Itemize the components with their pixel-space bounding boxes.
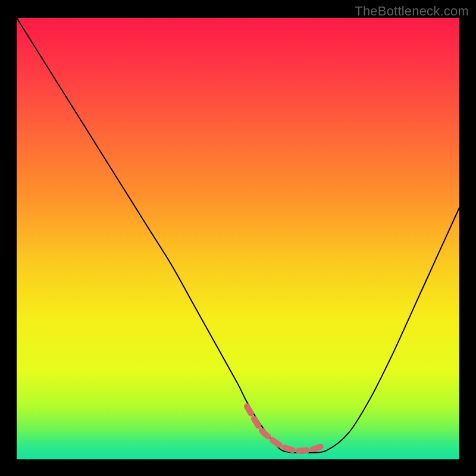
plot-svg [17, 18, 459, 459]
gradient-background [17, 18, 459, 459]
chart-frame: TheBottleneck.com [0, 0, 476, 476]
plot-area [17, 18, 459, 459]
watermark-text: TheBottleneck.com [355, 4, 469, 19]
